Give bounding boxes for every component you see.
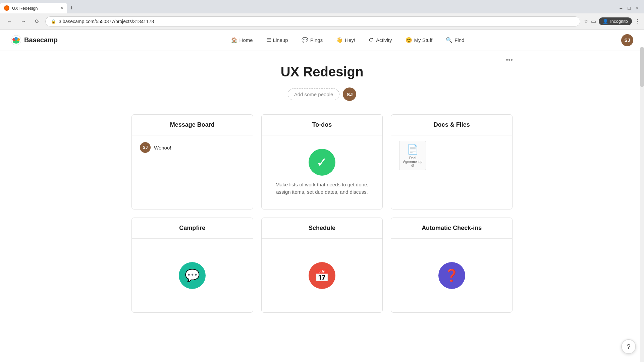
message-board-header: Message Board bbox=[132, 115, 253, 135]
pings-icon: 💬 bbox=[302, 37, 308, 43]
campfire-card[interactable]: Campfire 💬 bbox=[131, 218, 253, 313]
checkins-body: ❓ bbox=[391, 239, 512, 312]
back-button[interactable]: ← bbox=[4, 17, 15, 26]
project-people: Add some people SJ bbox=[131, 87, 513, 101]
sidebar-icon[interactable]: ▭ bbox=[591, 18, 596, 24]
tab-close-button[interactable]: × bbox=[61, 6, 63, 10]
project-title: UX Redesign bbox=[131, 64, 513, 79]
lineup-icon: ☰ bbox=[266, 37, 271, 43]
nav-hey[interactable]: 👋 Hey! bbox=[329, 29, 362, 51]
add-people-button[interactable]: Add some people bbox=[288, 88, 340, 100]
scrollbar-track[interactable] bbox=[640, 47, 644, 362]
docs-card[interactable]: Docs & Files 📄 Deal Agreement.pdf bbox=[391, 114, 513, 209]
new-tab-button[interactable]: + bbox=[70, 5, 73, 12]
tab-favicon bbox=[4, 5, 9, 11]
address-bar[interactable]: 🔒 3.basecamp.com/5550377/projects/313411… bbox=[45, 16, 580, 26]
svg-point-5 bbox=[14, 37, 18, 40]
todos-card[interactable]: To-dos ✓ Make lists of work that needs t… bbox=[261, 114, 383, 209]
incognito-icon: 👤 bbox=[603, 19, 608, 24]
campfire-body: 💬 bbox=[132, 239, 253, 312]
checkins-icon: ❓ bbox=[438, 262, 465, 289]
checkins-header: Automatic Check-ins bbox=[391, 218, 512, 239]
maximize-button[interactable]: □ bbox=[628, 5, 630, 11]
message-item: SJ Wohoo! bbox=[140, 142, 245, 153]
schedule-card[interactable]: Schedule 📅 bbox=[261, 218, 383, 313]
message-board-body: SJ Wohoo! bbox=[132, 135, 253, 209]
docs-body: 📄 Deal Agreement.pdf bbox=[391, 135, 512, 209]
minimize-button[interactable]: – bbox=[620, 5, 623, 11]
doc-file-name: Deal Agreement.pdf bbox=[402, 156, 423, 167]
todos-description: Make lists of work that needs to get don… bbox=[270, 181, 375, 196]
secure-icon: 🔒 bbox=[51, 19, 56, 24]
todos-body: ✓ Make lists of work that needs to get d… bbox=[262, 135, 383, 209]
todos-header: To-dos bbox=[262, 115, 383, 135]
browser-tab[interactable]: UX Redesign × bbox=[0, 3, 67, 13]
refresh-button[interactable]: ⟳ bbox=[32, 17, 42, 26]
basecamp-logo-icon bbox=[11, 35, 21, 46]
bookmark-icon[interactable]: ☆ bbox=[584, 18, 588, 24]
checkins-card[interactable]: Automatic Check-ins ❓ bbox=[391, 218, 513, 313]
nav-pings[interactable]: 💬 Pings bbox=[295, 29, 330, 51]
project-member-avatar[interactable]: SJ bbox=[343, 87, 356, 101]
main-content: UX Redesign Add some people SJ Message B… bbox=[121, 51, 523, 326]
toolbar-actions: ☆ ▭ 👤 Incognito ⋮ bbox=[584, 17, 640, 25]
doc-file[interactable]: 📄 Deal Agreement.pdf bbox=[399, 141, 426, 170]
cards-grid: Message Board SJ Wohoo! To-dos bbox=[131, 114, 513, 313]
hey-icon: 👋 bbox=[336, 37, 343, 43]
help-button[interactable]: ? bbox=[621, 339, 636, 354]
menu-icon[interactable]: ⋮ bbox=[635, 18, 640, 24]
home-icon: 🏠 bbox=[231, 37, 237, 43]
incognito-badge: 👤 Incognito bbox=[599, 17, 632, 25]
nav-activity[interactable]: ⏱ Activity bbox=[362, 29, 399, 51]
app-nav: Basecamp 🏠 Home ☰ Lineup 💬 Pings 👋 Hey! bbox=[0, 29, 644, 51]
activity-icon: ⏱ bbox=[369, 37, 374, 43]
nav-home[interactable]: 🏠 Home bbox=[224, 29, 260, 51]
nav-lineup[interactable]: ☰ Lineup bbox=[260, 29, 295, 51]
nav-find[interactable]: 🔍 Find bbox=[439, 29, 471, 51]
campfire-header: Campfire bbox=[132, 218, 253, 239]
pdf-icon: 📄 bbox=[402, 144, 423, 155]
browser-toolbar: ← → ⟳ 🔒 3.basecamp.com/5550377/projects/… bbox=[0, 13, 644, 29]
tab-title: UX Redesign bbox=[12, 6, 38, 11]
forward-button[interactable]: → bbox=[18, 17, 29, 26]
schedule-body: 📅 bbox=[262, 239, 383, 312]
scrollbar-thumb[interactable] bbox=[640, 47, 644, 87]
todos-complete-icon: ✓ bbox=[309, 149, 335, 176]
close-window-button[interactable]: × bbox=[636, 5, 639, 11]
svg-point-0 bbox=[5, 6, 8, 10]
window-controls: – □ × bbox=[620, 5, 644, 11]
message-text: Wohoo! bbox=[154, 145, 171, 150]
nav-links: 🏠 Home ☰ Lineup 💬 Pings 👋 Hey! ⏱ Ac bbox=[74, 29, 621, 51]
app-container: Basecamp 🏠 Home ☰ Lineup 💬 Pings 👋 Hey! bbox=[0, 29, 644, 362]
schedule-icon: 📅 bbox=[309, 262, 335, 289]
logo[interactable]: Basecamp bbox=[11, 35, 58, 46]
docs-header: Docs & Files bbox=[391, 115, 512, 135]
message-author-avatar: SJ bbox=[140, 142, 151, 153]
address-text: 3.basecamp.com/5550377/projects/31341178 bbox=[59, 19, 575, 24]
more-options-button[interactable] bbox=[506, 59, 513, 61]
user-avatar[interactable]: SJ bbox=[621, 34, 633, 46]
schedule-header: Schedule bbox=[262, 218, 383, 239]
nav-mystuff[interactable]: 😊 My Stuff bbox=[399, 29, 439, 51]
mystuff-icon: 😊 bbox=[406, 37, 412, 43]
find-icon: 🔍 bbox=[446, 37, 452, 43]
campfire-icon: 💬 bbox=[179, 262, 206, 289]
message-board-card[interactable]: Message Board SJ Wohoo! bbox=[131, 114, 253, 209]
